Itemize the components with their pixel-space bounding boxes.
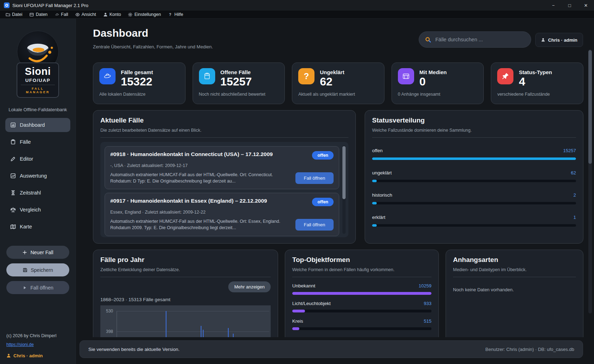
compare-icon <box>10 207 16 213</box>
year-bar <box>233 334 234 337</box>
stat-value: 62 <box>320 76 344 88</box>
attachment-types-panel: Anhangsarten Medien- und Dateitypen im Ü… <box>446 250 583 337</box>
play-icon <box>22 285 27 290</box>
sidebar-item-zeitstrahl[interactable]: Zeitstrahl <box>5 186 70 200</box>
search-bar[interactable] <box>419 31 531 48</box>
stat-label: Ungeklärt <box>320 69 344 75</box>
menu-item[interactable]: Konto <box>100 11 125 18</box>
stat-value: 15322 <box>121 76 153 88</box>
object-shapes-title: Top-Objektformen <box>292 256 431 264</box>
distribution-label: offen <box>372 148 383 153</box>
app-window: Sioni UFO/UAP Fall Manager 2.1 Pro − □ ✕… <box>0 0 594 364</box>
stat-card: Offene Fälle 15257 Noch nicht abschließe… <box>193 62 285 104</box>
archive-icon <box>29 12 34 17</box>
session-info-text: Benutzer: Chris (admin) · DB: ufo_cases.… <box>486 347 574 352</box>
sidebar-user[interactable]: Chris · admin <box>6 353 69 358</box>
divider <box>372 137 576 138</box>
sidebar-item-vergleich[interactable]: Vergleich <box>5 203 70 217</box>
copyright-text: (c) 2026 by Chris Dimperl <box>6 333 69 338</box>
stat-description: Alle lokalen Datensätze <box>99 92 179 97</box>
stat-label: Status-Typen <box>519 69 552 75</box>
menu-label: Datei <box>12 12 22 17</box>
shape-bar-fill <box>292 292 431 295</box>
nav-label: Fälle <box>20 139 31 145</box>
website-link[interactable]: https://sioni.de <box>6 342 69 347</box>
search-input[interactable] <box>435 37 525 42</box>
gridline <box>117 311 269 311</box>
status-distribution-row: erklärt 1 <box>372 215 576 227</box>
sidebar-item-auswertung[interactable]: Auswertung <box>5 169 70 183</box>
open-case-button[interactable]: Fall öffnen <box>295 172 334 184</box>
search-icon <box>425 36 431 43</box>
cases-per-year-subtitle: Zeitliche Entwicklung deiner Datensätze. <box>100 267 271 272</box>
fall--ffnen-button[interactable]: Fall öffnen <box>6 281 69 294</box>
shape-value: 10259 <box>419 283 431 288</box>
close-button[interactable]: ✕ <box>578 0 594 11</box>
y-axis-tick: 530 <box>102 309 113 314</box>
status-distribution-subtitle: Welche Fallzustände dominieren deine Sam… <box>372 128 576 133</box>
person-icon <box>6 353 11 358</box>
nav-label: Editor <box>20 156 33 162</box>
empty-state-text: Noch keine Daten vorhanden. <box>453 287 576 292</box>
menu-item[interactable]: Einstellungen <box>124 11 164 18</box>
scrollbar-thumb[interactable] <box>588 50 592 164</box>
case-description: Automatisch extrahierter HUMCAT-Fall aus… <box>110 172 288 184</box>
stat-value: 4 <box>519 76 552 88</box>
cases-icon <box>10 139 16 145</box>
recent-cases-title: Aktuelle Fälle <box>100 117 348 124</box>
menu-item[interactable]: Fall <box>51 11 72 18</box>
scrollbar-thumb[interactable] <box>342 146 346 199</box>
cases-per-year-panel: Fälle pro Jahr Zeitliche Entwicklung dei… <box>93 250 278 337</box>
stat-label: Offene Fälle <box>220 69 252 75</box>
case-meta: Essex, England · Zuletzt aktualisiert: 2… <box>110 210 334 215</box>
sidebar-footer: (c) 2026 by Chris Dimperl https://sioni.… <box>0 333 76 364</box>
year-range-label: 1868–2023 · 15313 Fälle gesamt <box>100 297 271 302</box>
case-item[interactable]: #0917 · Humanoidenkontakt in Essex (Engl… <box>105 193 339 236</box>
neuer-fall-button[interactable]: Neuer Fall <box>6 246 69 259</box>
stat-card: Fälle gesamt 15322 Alle lokalen Datensät… <box>93 62 186 104</box>
speichern-button[interactable]: Speichern <box>6 263 69 276</box>
plus-icon <box>22 250 27 255</box>
status-distribution-row: offen 15257 <box>372 148 576 160</box>
gear-icon <box>128 12 133 17</box>
menu-item[interactable]: ? Hilfe <box>164 11 187 18</box>
sidebar-item-dashboard[interactable]: Dashboard <box>5 118 70 132</box>
open-case-button[interactable]: Fall öffnen <box>295 219 334 231</box>
window-scrollbar[interactable] <box>588 49 592 314</box>
case-list-scrollbar[interactable] <box>342 145 346 234</box>
folder-icon <box>6 12 10 17</box>
distribution-bar-fill <box>372 180 377 182</box>
user-badge[interactable]: Chris · admin <box>535 33 583 47</box>
maximize-button[interactable]: □ <box>561 0 578 11</box>
case-item[interactable]: #0918 · Humanoidenkontakt in Connecticut… <box>105 146 339 189</box>
nav-label: Karte <box>20 224 32 229</box>
nav-label: Dashboard <box>20 122 45 128</box>
case-status-badge: offen <box>312 198 334 206</box>
show-more-button[interactable]: Mehr anzeigen <box>228 281 271 292</box>
media-icon <box>398 68 414 84</box>
y-axis-line <box>117 311 117 337</box>
minimize-button[interactable]: − <box>545 0 561 11</box>
brand-name: Sioni <box>17 66 58 77</box>
status-distribution-panel: Statusverteilung Welche Fallzustände dom… <box>365 110 583 244</box>
stat-value: 0 <box>419 76 447 88</box>
stat-card: Status-Typen 4 verschiedene Fallzustände <box>491 62 583 104</box>
year-bar <box>203 330 204 337</box>
editor-icon <box>10 156 16 162</box>
sidebar-item-karte[interactable]: Karte <box>5 220 70 234</box>
sidebar-item-flle[interactable]: Fälle <box>5 135 70 149</box>
menu-item[interactable]: Datei <box>2 11 26 18</box>
sidebar-item-editor[interactable]: Editor <box>5 152 70 166</box>
menu-label: Konto <box>110 12 121 17</box>
action-label: Fall öffnen <box>30 285 53 291</box>
menu-item[interactable]: Daten <box>26 11 51 18</box>
shape-label: Unbekannt <box>292 283 315 288</box>
stat-description: Noch nicht abschließend bewertet <box>199 92 279 97</box>
ufo-icon <box>55 12 59 17</box>
menu-item[interactable]: Ansicht <box>72 11 100 18</box>
recent-cases-panel: Aktuelle Fälle Die zuletzt bearbeiteten … <box>93 110 356 244</box>
app-icon <box>4 2 10 8</box>
case-title: #0918 · Humanoidenkontakt in Connecticut… <box>110 151 273 157</box>
sidebar-navigation: Dashboard Fälle Editor Auswertung Zeitst… <box>0 118 76 237</box>
status-distribution-title: Statusverteilung <box>372 117 576 124</box>
